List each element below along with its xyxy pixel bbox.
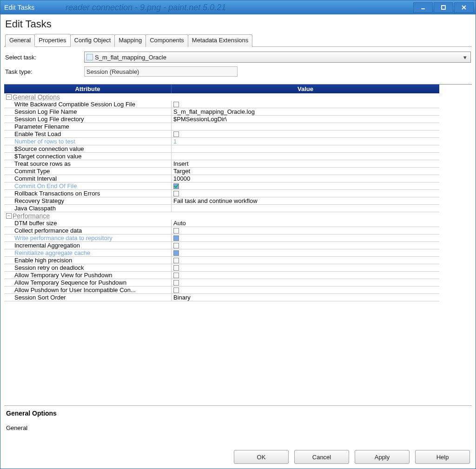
value-cell[interactable] — [172, 279, 439, 286]
checkbox[interactable] — [173, 280, 179, 286]
value-cell[interactable] — [172, 205, 439, 212]
property-row[interactable]: Number of rows to test1 — [4, 138, 439, 145]
property-row[interactable]: $Source connection value — [4, 145, 439, 153]
attribute-cell: Allow Temporary View for Pushdown — [4, 272, 172, 279]
property-row[interactable]: Allow Temporary View for Pushdown — [4, 272, 439, 279]
value-cell[interactable] — [172, 153, 439, 160]
property-row[interactable]: Incremental Aggregation — [4, 242, 439, 249]
property-row[interactable]: Session Log File directory$PMSessionLogD… — [4, 116, 439, 123]
checkbox[interactable] — [173, 131, 179, 137]
checkbox[interactable] — [173, 243, 179, 248]
value-cell[interactable] — [172, 130, 439, 137]
property-row[interactable]: Collect performance data — [4, 227, 439, 234]
property-row[interactable]: Write performance data to repository — [4, 234, 439, 242]
help-button[interactable]: Help — [415, 450, 470, 464]
property-row[interactable]: Session Sort OrderBinary — [4, 294, 439, 301]
property-row[interactable]: Recovery StrategyFail task and continue … — [4, 197, 439, 205]
select-task-value: S_m_flat_mapping_Oracle — [95, 54, 166, 61]
group-header[interactable]: −General Options — [4, 93, 439, 101]
properties-grid[interactable]: Attribute Value −General OptionsWrite Ba… — [4, 85, 439, 301]
attribute-cell: Session Log File Name — [4, 108, 172, 115]
value-cell[interactable] — [172, 257, 439, 264]
property-row[interactable]: Parameter Filename — [4, 123, 439, 130]
property-row[interactable]: Session Log File NameS_m_flat_mapping_Or… — [4, 108, 439, 116]
value-cell[interactable]: Binary — [172, 294, 439, 301]
property-row[interactable]: Treat source rows asInsert — [4, 160, 439, 168]
value-cell[interactable] — [172, 101, 439, 108]
select-task-label: Select task: — [5, 54, 84, 61]
checkbox[interactable] — [173, 191, 179, 196]
value-cell[interactable] — [172, 264, 439, 271]
attribute-cell: Enable high precision — [4, 257, 172, 264]
attribute-cell: Session Sort Order — [4, 294, 172, 301]
ok-button[interactable]: OK — [234, 450, 289, 464]
tab-components[interactable]: Components — [145, 34, 188, 47]
collapse-icon[interactable]: − — [6, 213, 12, 219]
attribute-cell: Collect performance data — [4, 227, 172, 234]
checkbox[interactable] — [173, 273, 179, 278]
attribute-cell: Commit On End Of File — [4, 182, 172, 189]
property-row[interactable]: Commit On End Of File — [4, 182, 439, 190]
value-cell[interactable] — [172, 123, 439, 130]
value-cell[interactable]: S_m_flat_mapping_Oracle.log — [172, 108, 439, 115]
checkbox[interactable] — [173, 228, 179, 234]
property-row[interactable]: Java Classpath — [4, 205, 439, 212]
value-cell[interactable]: $PMSessionLogDir\ — [172, 116, 439, 123]
value-cell[interactable]: Auto — [172, 220, 439, 227]
tab-config-object[interactable]: Config Object — [70, 34, 115, 47]
property-row[interactable]: DTM buffer sizeAuto — [4, 220, 439, 227]
property-row[interactable]: Enable Test Load — [4, 130, 439, 138]
property-row[interactable]: Rollback Transactions on Errors — [4, 190, 439, 197]
tab-mapping[interactable]: Mapping — [114, 34, 146, 47]
attribute-cell: Enable Test Load — [4, 130, 172, 137]
value-cell[interactable] — [172, 272, 439, 279]
value-cell[interactable]: Insert — [172, 160, 439, 167]
task-type-label: Task type: — [5, 68, 84, 75]
property-row[interactable]: Enable high precision — [4, 257, 439, 264]
property-row[interactable]: Allow Temporary Sequence for Pushdown — [4, 279, 439, 287]
minimize-button[interactable] — [413, 2, 433, 13]
maximize-button[interactable] — [434, 2, 453, 13]
header-value: Value — [172, 85, 439, 93]
checkbox[interactable] — [173, 258, 179, 263]
value-cell[interactable]: Fail task and continue workflow — [172, 197, 439, 204]
property-row[interactable]: Commit TypeTarget — [4, 168, 439, 175]
cancel-button[interactable]: Cancel — [294, 450, 349, 464]
checkbox[interactable] — [173, 102, 179, 107]
checkbox[interactable] — [173, 287, 179, 293]
property-row[interactable]: Commit Interval10000 — [4, 175, 439, 182]
value-cell[interactable] — [172, 190, 439, 197]
value-cell[interactable]: Target — [172, 168, 439, 175]
value-cell[interactable] — [172, 242, 439, 249]
attribute-cell: Write Backward Compatible Session Log Fi… — [4, 101, 172, 108]
collapse-icon[interactable]: − — [6, 94, 12, 100]
checkbox[interactable] — [173, 265, 179, 271]
attribute-cell: Parameter Filename — [4, 123, 172, 130]
chevron-down-icon: ▾ — [461, 54, 469, 61]
property-row[interactable]: Reinitialize aggregate cache — [4, 249, 439, 257]
property-row[interactable]: Allow Pushdown for User Incompatible Con… — [4, 287, 439, 294]
property-row[interactable]: $Target connection value — [4, 153, 439, 160]
value-cell[interactable] — [172, 145, 439, 152]
value-cell[interactable] — [172, 227, 439, 234]
group-header[interactable]: −Performance — [4, 212, 439, 220]
svg-rect-1 — [442, 6, 445, 9]
attribute-cell: Treat source rows as — [4, 160, 172, 167]
description-title: General Options — [6, 410, 470, 417]
tab-general[interactable]: General — [5, 34, 35, 47]
tab-properties[interactable]: Properties — [34, 34, 70, 46]
value-cell[interactable]: 10000 — [172, 175, 439, 182]
attribute-cell: Incremental Aggregation — [4, 242, 172, 249]
attribute-cell: Recovery Strategy — [4, 197, 172, 204]
attribute-cell: Java Classpath — [4, 205, 172, 212]
attribute-cell: $Target connection value — [4, 153, 172, 160]
property-row[interactable]: Session retry on deadlock — [4, 264, 439, 272]
property-row[interactable]: Write Backward Compatible Session Log Fi… — [4, 101, 439, 108]
description-text: General — [6, 424, 470, 431]
value-cell[interactable] — [172, 287, 439, 293]
close-button[interactable] — [454, 2, 474, 13]
select-task-dropdown[interactable]: S_m_flat_mapping_Oracle ▾ — [84, 52, 471, 63]
apply-button[interactable]: Apply — [355, 450, 410, 464]
tab-metadata-extensions[interactable]: Metadata Extensions — [188, 34, 252, 47]
attribute-cell: Write performance data to repository — [4, 234, 172, 241]
